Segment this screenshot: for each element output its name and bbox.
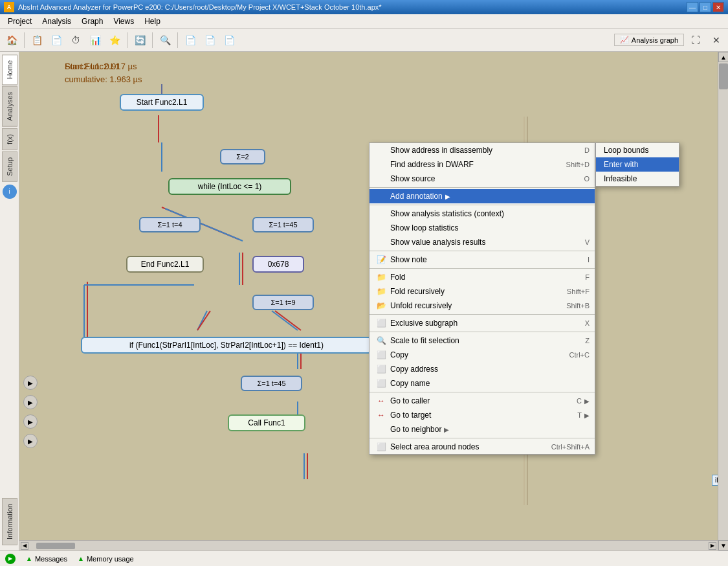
nav-circle-1[interactable]: ▶ <box>23 376 38 390</box>
ctx-value-analysis[interactable]: Show value analysis results V <box>370 235 595 249</box>
menu-item-analysis[interactable]: Analysis <box>37 16 76 27</box>
ctx-goto-target[interactable]: ↔ Go to target T ▶ <box>370 408 595 422</box>
toolbar-btn-project[interactable]: 📋 <box>28 31 46 49</box>
toolbar-btn-report[interactable]: 📄 <box>47 31 65 49</box>
toolbar-btn-doc3[interactable]: 📄 <box>220 31 238 49</box>
nav-circle-2[interactable]: ▶ <box>23 395 38 409</box>
nav-circle-3[interactable]: ▶ <box>23 414 38 429</box>
node-sigma5[interactable]: Σ=1 t=45 <box>241 376 302 391</box>
vertical-scrollbar[interactable]: ▲ ▼ <box>718 52 728 550</box>
submenu-enter-with[interactable]: Enter with <box>596 157 679 172</box>
ctx-loop-stats-label: Show loop statistics <box>390 223 458 232</box>
ctx-excl-subgraph-label: Exclusive subgraph <box>390 319 458 328</box>
sidebar-tab-home[interactable]: Home <box>2 54 17 85</box>
minimize-button[interactable]: — <box>687 2 698 12</box>
node-while[interactable]: while (IntLoc <= 1) <box>168 178 291 195</box>
ctx-copy-address-icon: ⬜ <box>375 365 388 374</box>
horizontal-scrollbar[interactable]: ◀ ▶ <box>19 540 718 550</box>
node-addr[interactable]: 0x678 <box>252 256 304 273</box>
ctx-loop-stats[interactable]: Show loop statistics <box>370 221 595 235</box>
ctx-sep-5 <box>370 314 595 315</box>
ctx-select-area-icon: ⬜ <box>375 442 388 451</box>
context-menu: Show address in disassembly D Find addre… <box>369 142 595 455</box>
ctx-goto-neighbor[interactable]: Go to neighbor ▶ <box>370 422 595 436</box>
toolbar-btn-star[interactable]: ⭐ <box>105 31 124 49</box>
ctx-copy-address[interactable]: ⬜ Copy address <box>370 362 595 376</box>
memory-usage-item[interactable]: ▲ Memory usage <box>78 555 134 563</box>
sidebar-info-icon[interactable]: i <box>3 185 17 199</box>
titlebar: A AbsInt Advanced Analyzer for PowerPC e… <box>0 0 728 14</box>
toolbar-btn-doc1[interactable]: 📄 <box>181 31 199 49</box>
node-end[interactable]: End Func2.L1 <box>126 256 204 273</box>
ctx-find-dwarf[interactable]: Find address in DWARF Shift+D <box>370 157 595 172</box>
menu-item-views[interactable]: Views <box>108 16 139 27</box>
toolbar-sep-3 <box>152 32 153 48</box>
statusbar: ▶ ▲ Messages ▲ Memory usage <box>0 550 728 566</box>
scroll-down-btn[interactable]: ▼ <box>718 540 728 550</box>
node-start-label: Start Func2.L1 <box>137 98 188 107</box>
ctx-fold[interactable]: 📁 Fold F <box>370 270 595 284</box>
sidebar-tab-information[interactable]: Information <box>2 498 17 545</box>
scroll-thumb-h[interactable] <box>36 543 75 549</box>
menu-item-graph[interactable]: Graph <box>76 16 108 27</box>
toolbar-btn-timer[interactable]: ⏱ <box>67 31 85 49</box>
maximize-button[interactable]: □ <box>700 2 711 12</box>
svg-line-8 <box>197 311 207 330</box>
messages-item[interactable]: ▲ Messages <box>26 555 67 563</box>
graph-area[interactable]: Start Func2.L1 Func2.L1: 0.917 µs cumula… <box>19 52 728 550</box>
nav-circle-4[interactable]: ▶ <box>23 434 38 448</box>
ctx-excl-subgraph[interactable]: ⬜ Exclusive subgraph X <box>370 316 595 330</box>
ctx-show-stats[interactable]: Show analysis statistics (context) <box>370 207 595 221</box>
ctx-show-source[interactable]: Show source O <box>370 172 595 186</box>
ctx-scale-fit[interactable]: 🔍 Scale to fit selection Z <box>370 334 595 348</box>
ctx-goto-target-icon: ↔ <box>375 411 388 420</box>
close-button[interactable]: ✕ <box>712 2 724 12</box>
sidebar-tab-fx[interactable]: f(x) <box>2 128 17 150</box>
left-sidebar: Home Analyses f(x) Setup i Information <box>0 52 19 550</box>
ctx-scale-fit-label: Scale to fit selection <box>390 336 459 345</box>
ctx-value-analysis-shortcut: V <box>585 238 590 246</box>
ctx-copy-name[interactable]: ⬜ Copy name <box>370 376 595 391</box>
ctx-unfold-recursively[interactable]: 📂 Unfold recursively Shift+B <box>370 299 595 313</box>
node-big-condition[interactable]: if (Func1(StrParI1[IntLoc], StrParI2[Int… <box>81 337 372 354</box>
play-button[interactable]: ▶ <box>5 554 16 564</box>
toolbar-btn-refresh[interactable]: 🔄 <box>131 31 149 49</box>
toolbar: 🏠 📋 📄 ⏱ 📊 ⭐ 🔄 🔍 📄 📄 📄 📈 Analysis graph ⛶… <box>0 28 728 52</box>
ctx-goto-caller[interactable]: ↔ Go to caller C ▶ <box>370 394 595 408</box>
node-start[interactable]: Start Func2.L1 <box>120 94 204 111</box>
analysis-graph-button[interactable]: 📈 Analysis graph <box>614 34 684 46</box>
ctx-select-area[interactable]: ⬜ Select area around nodes Ctrl+Shift+A <box>370 440 595 454</box>
ctx-fold-recursively[interactable]: 📁 Fold recursively Shift+F <box>370 284 595 299</box>
sidebar-tab-setup[interactable]: Setup <box>2 152 17 182</box>
scroll-track-h[interactable] <box>30 542 707 550</box>
node-sigma2[interactable]: Σ=1 t=4 <box>139 217 201 232</box>
analysis-graph-label: Analysis graph <box>632 36 678 44</box>
node-sigma3[interactable]: Σ=1 t=45 <box>252 217 314 232</box>
submenu-infeasible[interactable]: Infeasible <box>596 172 679 186</box>
toolbar-btn-doc2[interactable]: 📄 <box>201 31 219 49</box>
toolbar-btn-home[interactable]: 🏠 <box>3 31 21 49</box>
menu-item-project[interactable]: Project <box>3 16 37 27</box>
ctx-sep-1 <box>370 187 595 188</box>
scroll-right-btn[interactable]: ▶ <box>709 542 716 550</box>
node-sigma1[interactable]: Σ=2 <box>220 149 265 164</box>
ctx-show-address[interactable]: Show address in disassembly D <box>370 143 595 157</box>
toolbar-btn-search[interactable]: 🔍 <box>156 31 174 49</box>
scroll-left-btn[interactable]: ◀ <box>21 542 28 550</box>
toolbar-btn-expand[interactable]: ⛶ <box>687 31 705 49</box>
scroll-thumb-v[interactable] <box>719 63 728 89</box>
ctx-copy[interactable]: ⬜ Copy Ctrl+C <box>370 348 595 362</box>
annotation-submenu: Loop bounds Enter with Infeasible <box>595 142 679 187</box>
ctx-select-area-label: Select area around nodes <box>390 442 479 451</box>
submenu-loop-bounds[interactable]: Loop bounds <box>596 143 679 157</box>
scroll-up-btn[interactable]: ▲ <box>718 52 728 62</box>
toolbar-btn-close-panel[interactable]: ✕ <box>707 31 725 49</box>
sidebar-tab-analyses[interactable]: Analyses <box>2 86 17 127</box>
ctx-add-annotation[interactable]: Add annotation ▶ <box>370 189 595 203</box>
ctx-show-note[interactable]: 📝 Show note I <box>370 253 595 267</box>
toolbar-btn-chart[interactable]: 📊 <box>86 31 104 49</box>
menu-item-help[interactable]: Help <box>139 16 166 27</box>
node-sigma4[interactable]: Σ=1 t=9 <box>252 295 314 310</box>
func-timing-2-text: cumulative: 1.963 µs <box>65 74 142 84</box>
node-call[interactable]: Call Func1 <box>228 414 305 431</box>
